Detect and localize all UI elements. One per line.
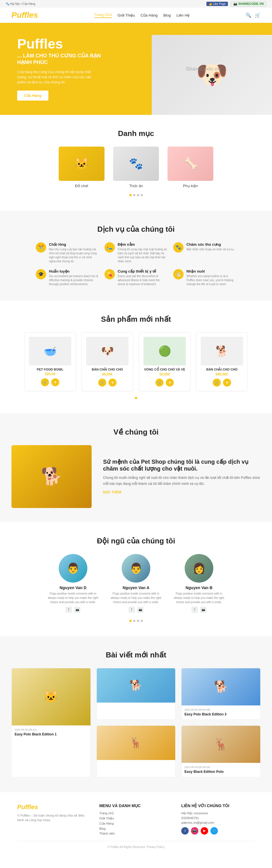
footer-link-blog[interactable]: Blog bbox=[99, 827, 173, 830]
team-facebook-icon-2[interactable]: f bbox=[129, 607, 135, 613]
add-to-cart-button-2[interactable]: 🛒 bbox=[98, 379, 106, 386]
blog-card-2[interactable]: 🐕 2022-09-28 (06:50:58) Easy Polo Black … bbox=[181, 668, 261, 720]
add-to-cart-button-3[interactable]: 🛒 bbox=[156, 379, 163, 386]
blog-title-3: Easy Black Edition Polo bbox=[184, 770, 257, 774]
service-desc-chai-long: Mọi chủ cưng của bạn tận hưởng cái nhìn … bbox=[49, 247, 99, 264]
header-logo: Puffles bbox=[11, 10, 38, 20]
dot-1 bbox=[129, 194, 132, 196]
like-page-button[interactable]: 👍 Like Page bbox=[207, 2, 228, 6]
service-nhan-nuoi: 🐇 Nhận nuôi Whether you adopt online or … bbox=[173, 269, 236, 286]
team-section: Đội ngũ của chúng tôi 👨 Nguyen Van D Pug… bbox=[0, 522, 272, 636]
service-icon-huan-luyen: 🎓 bbox=[36, 269, 46, 279]
wishlist-button-2[interactable]: ♥ bbox=[109, 379, 116, 386]
wishlist-button-3[interactable]: ♥ bbox=[166, 379, 174, 386]
nav-cua-hang[interactable]: Cửa Hàng bbox=[141, 13, 158, 18]
about-read-more-link[interactable]: ĐỌC THÊM bbox=[103, 490, 121, 494]
blog-date-3: 2022-09-28 (05:36:54) bbox=[184, 766, 257, 769]
service-title-thiet-bi: Cung cấp thiết bị y tế bbox=[118, 269, 167, 273]
service-icon-nhan-nuoi: 🐇 bbox=[173, 269, 184, 279]
team-member-2: 👨 Nguyen Van A Pugu positive inside conn… bbox=[110, 554, 162, 613]
footer-twitter-icon[interactable]: 🐦 bbox=[211, 827, 218, 835]
add-to-cart-button-4[interactable]: 🛒 bbox=[213, 379, 221, 386]
hero-tagline: ... LÀM CHO THÚ CƯNG CỦA BẠN HẠNH PHÚC bbox=[17, 53, 255, 66]
product-dot-1 bbox=[135, 397, 137, 399]
footer-link-trang-chu[interactable]: Trang chủ bbox=[99, 811, 173, 815]
product-actions-1: 🛒 ♥ bbox=[29, 378, 71, 386]
team-socials-1: f 📷 bbox=[47, 607, 99, 613]
footer-youtube-icon[interactable]: ▶ bbox=[201, 827, 208, 835]
nav-trang-chu[interactable]: Trang Chủ bbox=[94, 12, 112, 18]
service-thiet-bi-y-te: 💊 Cung cấp thiết bị y tế Every year pet … bbox=[105, 269, 167, 286]
blog-card-3[interactable]: 🦌 2022-09-28 (05:36:54) Easy Black Editi… bbox=[181, 725, 261, 777]
team-facebook-icon-1[interactable]: f bbox=[65, 607, 72, 613]
service-desc-thiet-bi: Every year pet the discomfort of advance… bbox=[118, 274, 167, 286]
team-desc-2: Pugu positive inside connects with in al… bbox=[110, 591, 162, 604]
category-title: Danh mục bbox=[11, 129, 261, 138]
team-avatar-3: 👩 bbox=[185, 554, 213, 583]
product-price-3: 52,00€ bbox=[143, 372, 186, 376]
blog-title-1: Easy Polo Black Edition 1 bbox=[15, 732, 88, 737]
service-title-huan-luyen: Huấn luyện bbox=[49, 269, 99, 273]
team-dot-2 bbox=[133, 620, 135, 622]
nav-blog[interactable]: Blog bbox=[163, 13, 171, 18]
hero-cta-button[interactable]: Cửa Hàng bbox=[17, 91, 48, 100]
service-desc-dem-nam: Chúng tôi cung cấp một một trường an toà… bbox=[118, 247, 167, 264]
service-desc-huan-luyen: Our accredited pet trainers teach fun & … bbox=[49, 274, 99, 286]
dot-4 bbox=[141, 194, 143, 196]
service-text-huan-luyen: Huấn luyện Our accredited pet trainers t… bbox=[49, 269, 99, 286]
product-price-4: 880,00€ bbox=[201, 372, 243, 376]
team-name-1: Nguyen Van D bbox=[47, 585, 99, 590]
team-instagram-icon-2[interactable]: 📷 bbox=[137, 607, 143, 613]
blog-card-middle-bottom[interactable]: 🦌 bbox=[97, 725, 176, 777]
products-dots bbox=[11, 397, 261, 399]
services-grid: ✂️ Chải lông Mọi chủ cưng của bạn tận hư… bbox=[36, 242, 236, 286]
about-title: Về chúng tôi bbox=[11, 428, 261, 437]
team-name-2: Nguyen Van A bbox=[110, 585, 162, 590]
wishlist-button-1[interactable]: ♥ bbox=[51, 378, 59, 386]
search-icon[interactable]: 🔍 bbox=[246, 12, 251, 18]
nav-lien-he[interactable]: Liên Hệ bbox=[176, 13, 190, 18]
product-card-4: 🐕 BÀN CHẢI CHO CHÓ 880,00€ 🛒 ♥ bbox=[196, 332, 248, 391]
footer-instagram-icon[interactable]: 📷 bbox=[191, 827, 198, 835]
wishlist-button-4[interactable]: ♥ bbox=[223, 379, 231, 386]
footer-copyright: © Puffles All Rights Reserved. Privacy P… bbox=[108, 845, 164, 848]
blog-card-middle[interactable]: 🐕 bbox=[97, 668, 176, 720]
about-mission: Sứ mệnh của Pet Shop chúng tôi là cung c… bbox=[103, 458, 261, 472]
category-section: Danh mục 🐱 Đồ chơi 🐾 Thức ăn 🦴 Phụ kiện bbox=[0, 115, 272, 211]
product-image-3: 🟢 bbox=[143, 337, 186, 365]
product-name-2: BÀN CHẢI CHO CHÓ bbox=[86, 368, 129, 371]
footer-link-thanh-vien[interactable]: Thành viên bbox=[99, 832, 173, 835]
team-dot-3 bbox=[137, 620, 139, 622]
footer-logo: Puffles bbox=[17, 803, 91, 811]
hero-section: Puffles ... LÀM CHO THÚ CƯNG CỦA BẠN HẠN… bbox=[0, 23, 272, 115]
product-actions-4: 🛒 ♥ bbox=[201, 379, 243, 386]
category-item-thuc-an[interactable]: 🐾 Thức ăn bbox=[113, 147, 159, 188]
team-instagram-icon-3[interactable]: 📷 bbox=[200, 607, 207, 613]
category-item-do-choi[interactable]: 🐱 Đồ chơi bbox=[59, 147, 105, 188]
top-bar-text: 🐾 Hội Nội • Cửa Hàng bbox=[6, 2, 35, 5]
category-item-phu-kien[interactable]: 🦴 Phụ kiện bbox=[167, 147, 213, 188]
service-text-nhan-nuoi: Nhận nuôi Whether you adopt online or at… bbox=[186, 269, 236, 286]
header: Puffles Trang Chủ Giới Thiệu Cửa Hàng Bl… bbox=[0, 8, 272, 23]
products-grid: 🥣 PET FOOD BOWL 520,00 🛒 ♥ 🐶 BÀN CHẢI CH… bbox=[11, 332, 261, 391]
cart-icon[interactable]: 🛒 bbox=[255, 12, 261, 18]
blog-card-1[interactable]: 🐱 2022-09-28 (05:41) Easy Polo Black Edi… bbox=[11, 668, 91, 777]
add-to-cart-button-1[interactable]: 🛒 bbox=[41, 378, 49, 386]
service-title-nhan-nuoi: Nhận nuôi bbox=[186, 269, 236, 273]
footer-grid: Puffles © Puffles – Sơ lược chúng tôi đa… bbox=[17, 803, 255, 835]
team-facebook-icon-3[interactable]: f bbox=[192, 607, 198, 613]
product-card-2: 🐶 BÀN CHẢI CHO CHÓ 65,00€ 🛒 ♥ bbox=[82, 332, 133, 391]
hero-description: Cửa hàng thú cưng của chúng tôi nội trọn… bbox=[17, 69, 97, 85]
services-section: Dịch vụ của chúng tôi ✂️ Chải lông Mọi c… bbox=[0, 211, 272, 301]
footer-link-cua-hang[interactable]: Cửa Hàng bbox=[99, 822, 173, 826]
nav-gioi-thieu[interactable]: Giới Thiệu bbox=[118, 13, 135, 18]
blog-section: Bài viết mới nhất 🐱 2022-09-28 (05:41) E… bbox=[0, 636, 272, 792]
service-icon-chai-long: ✂️ bbox=[36, 242, 46, 253]
product-price-1: 520,00 bbox=[29, 372, 71, 376]
footer-facebook-icon[interactable]: f bbox=[181, 827, 189, 835]
footer-link-gioi-thieu[interactable]: Giới Thiệu bbox=[99, 816, 173, 820]
team-instagram-icon-1[interactable]: 📷 bbox=[74, 607, 80, 613]
product-image-1: 🥣 bbox=[29, 337, 71, 365]
team-desc-1: Pugu positive inside connects with in al… bbox=[47, 591, 99, 604]
service-title-cham-soc: Chăm sóc thú cưng bbox=[186, 242, 235, 247]
